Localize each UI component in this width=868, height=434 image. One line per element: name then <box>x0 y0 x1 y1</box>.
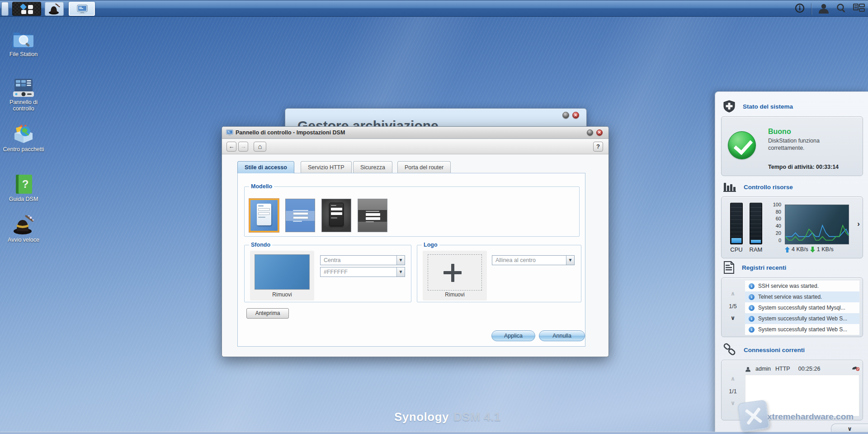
widget-panel: Stato del sistema Buono DiskStation funz… <box>715 91 868 434</box>
log-text: System successfully started Web S... <box>758 326 847 333</box>
widget-title: Controllo risorse <box>744 184 793 191</box>
desktop-icon-label: File Station <box>2 52 45 58</box>
background-remove-button[interactable]: Rimuovi <box>250 291 314 298</box>
screen-bottom-edge <box>0 432 868 434</box>
show-desktop-button[interactable] <box>1 2 9 16</box>
pager-down-icon[interactable]: ∨ <box>722 315 744 321</box>
tab-sicurezza[interactable]: Sicurezza <box>353 161 392 173</box>
modello-legend: Modello <box>249 183 274 190</box>
desktop-icon-label: Guida DSM <box>2 196 45 203</box>
dialog-title: Pannello di controllo - Impostazioni DSM <box>236 129 345 136</box>
network-chart <box>785 205 849 244</box>
logo-remove-button[interactable]: Rimuovi <box>423 291 487 298</box>
template-thumbnail-4[interactable] <box>358 199 387 232</box>
desktop-icon-dsm-help[interactable]: ? Guida DSM <box>2 174 45 203</box>
logo-dropzone[interactable] <box>428 254 482 291</box>
pager-up-icon[interactable]: ∧ <box>722 291 744 297</box>
brand-text: Synology <box>394 410 449 424</box>
dialog-titlebar[interactable]: Pannello di controllo - Impostazioni DSM… <box>222 127 609 139</box>
modello-fieldset: Modello <box>244 183 580 237</box>
tab-servizio-http[interactable]: Servizio HTTP <box>301 161 352 173</box>
close-icon[interactable]: ✕ <box>572 112 579 119</box>
logo-legend: Logo <box>422 242 439 248</box>
status-text: Buono <box>768 128 791 136</box>
desktop-icon-label: Pannello di controllo <box>2 100 45 112</box>
connection-user: admin <box>755 366 771 372</box>
shield-icon <box>723 100 736 113</box>
help-button[interactable]: ? <box>593 142 603 152</box>
apply-button[interactable]: Applica <box>491 330 535 341</box>
svg-text:?: ? <box>22 178 29 190</box>
log-row: i System successfully started Web S... <box>745 313 859 324</box>
expand-chevron-icon[interactable]: › <box>857 219 860 229</box>
preview-button[interactable]: Anteprima <box>246 308 289 319</box>
info-button[interactable] <box>795 3 805 15</box>
logo-upload-card[interactable]: Rimuovi <box>423 251 487 300</box>
taskbar-window-button[interactable] <box>69 2 95 16</box>
desktop-icon-package-center[interactable]: Centro pacchetti <box>2 123 45 153</box>
logo-align-value: Allinea al centro <box>495 257 536 263</box>
cpu-gauge <box>730 203 743 244</box>
pager-count: 1/1 <box>722 388 744 395</box>
recent-logs-card: ∧ 1/5 ∨ i SSH service was started. i Tel… <box>721 277 863 337</box>
background-color-select[interactable]: #FFFFFF ▼ <box>320 267 405 277</box>
desktop-icon-file-station[interactable]: File Station <box>2 29 45 58</box>
version-text: DSM 4.1 <box>453 410 501 424</box>
chevron-down-icon: ▼ <box>566 256 574 265</box>
desktop: File Station Pannello di controllo Centr… <box>0 0 868 434</box>
logo-fieldset: Logo Rimuovi Allinea al centro ▼ <box>417 242 581 302</box>
chevron-down-icon: ▼ <box>396 256 405 265</box>
watermark-tile <box>737 400 770 432</box>
template-thumbnail-2[interactable] <box>285 199 315 232</box>
widget-system-status-header: Stato del sistema <box>723 100 793 113</box>
system-status-card: Buono DiskStation funziona correttamente… <box>721 116 863 176</box>
close-icon[interactable]: ✕ <box>596 129 603 136</box>
minimize-button[interactable] <box>562 112 569 119</box>
plus-icon <box>443 271 462 274</box>
minimize-button[interactable] <box>587 129 593 136</box>
status-description: DiskStation funziona correttamente. <box>768 138 852 152</box>
template-thumbnail-3[interactable] <box>321 199 351 232</box>
log-row: i System successfully started Mysql... <box>745 302 859 313</box>
forward-button[interactable]: → <box>238 142 248 152</box>
info-badge-icon: i <box>749 305 755 311</box>
magic-hat-icon <box>12 215 35 235</box>
upload-value: 4 KB/s <box>792 246 808 253</box>
dsm-settings-dialog: Pannello di controllo - Impostazioni DSM… <box>222 126 609 357</box>
back-button[interactable]: ← <box>226 142 236 152</box>
tab-stile-di-accesso[interactable]: Stile di accesso <box>237 161 294 173</box>
main-menu-button[interactable] <box>12 2 41 16</box>
log-row: i SSH service was started. <box>745 281 859 291</box>
info-icon <box>795 3 805 13</box>
desktop-icon-quick-start[interactable]: Avvio veloce <box>2 215 45 243</box>
background-position-select[interactable]: Centra ▼ <box>320 255 405 265</box>
search-button[interactable] <box>836 3 847 15</box>
monitor-icon <box>226 129 233 136</box>
chart-y-axis: 100 80 60 40 20 0 <box>769 201 781 244</box>
logo-align-select[interactable]: Allinea al centro ▼ <box>492 255 575 265</box>
ram-label: RAM <box>747 246 765 253</box>
synology-watermark: SynologyDSM 4.1 <box>394 410 501 424</box>
cancel-button[interactable]: Annulla <box>539 330 585 341</box>
chart-bars-icon <box>723 181 736 193</box>
tab-porta-del-router[interactable]: Porta del router <box>397 161 451 173</box>
background-preview-card: Rimuovi <box>250 251 314 300</box>
user-button[interactable] <box>818 3 830 15</box>
disconnect-icon[interactable] <box>852 365 859 373</box>
home-button[interactable]: ⌂ <box>254 142 266 152</box>
widgets-button[interactable] <box>853 3 865 15</box>
package-center-icon <box>12 123 35 145</box>
quick-launch-button[interactable] <box>45 2 64 16</box>
magic-hat-icon <box>48 4 61 15</box>
desktop-icon-label: Avvio veloce <box>2 237 45 243</box>
file-station-icon <box>12 29 35 50</box>
widget-title: Stato del sistema <box>743 103 793 110</box>
template-thumbnail-1[interactable] <box>249 199 279 232</box>
pager-count: 1/5 <box>722 303 744 310</box>
desktop-icon-control-panel[interactable]: Pannello di controllo <box>2 78 45 112</box>
pager-up-icon[interactable]: ∧ <box>722 376 744 382</box>
network-rates: 4 KB/s 1 KB/s <box>785 246 834 253</box>
taskbar-divider <box>811 3 811 15</box>
download-value: 1 KB/s <box>817 246 834 253</box>
dsm-help-icon: ? <box>13 174 34 195</box>
